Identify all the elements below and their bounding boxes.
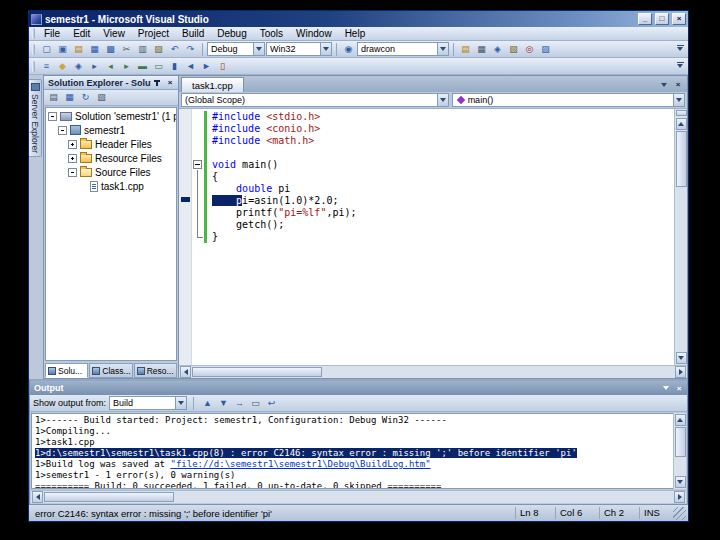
indent-increase-icon[interactable]: ▸ <box>119 59 134 74</box>
solution-explorer-titlebar[interactable]: Solution Explorer - Solut... × <box>44 76 178 90</box>
scroll-up-icon[interactable] <box>676 118 687 130</box>
properties-window-icon[interactable]: ▦ <box>474 42 489 57</box>
collapse-icon[interactable] <box>58 126 67 135</box>
tab-class-view[interactable]: Class... <box>89 363 132 378</box>
close-button[interactable]: × <box>672 13 686 25</box>
menu-tools[interactable]: Tools <box>254 28 289 39</box>
output-source-combo[interactable]: Build <box>109 396 187 410</box>
scrollbar-thumb[interactable] <box>192 367 322 377</box>
view-code-icon[interactable]: ▧ <box>94 90 109 105</box>
object-browser-icon[interactable]: ◈ <box>490 42 505 57</box>
collapse-icon[interactable] <box>68 168 77 177</box>
outline-margin[interactable] <box>192 109 204 365</box>
scrollbar-thumb[interactable] <box>44 492 174 502</box>
previous-message-icon[interactable]: ▲ <box>200 396 215 411</box>
scroll-up-icon[interactable] <box>675 414 686 426</box>
quick-info-icon[interactable]: ◈ <box>71 59 86 74</box>
menu-view[interactable]: View <box>97 28 131 39</box>
tab-resource-view[interactable]: Reso... <box>134 363 177 378</box>
document-tab-task1-cpp[interactable]: task1.cpp <box>181 77 244 92</box>
maximize-button[interactable]: □ <box>655 13 669 25</box>
output-line[interactable]: 1>semestr1 - 1 error(s), 0 warning(s) <box>35 470 670 481</box>
toolbar-options-icon[interactable] <box>674 42 686 57</box>
tree-item-task1-cpp[interactable]: task1.cpp <box>46 179 176 193</box>
solution-explorer-icon[interactable]: ▤ <box>458 42 473 57</box>
previous-bookmark-icon[interactable]: ◄ <box>183 59 198 74</box>
chevron-down-icon[interactable] <box>437 43 448 55</box>
scroll-down-icon[interactable] <box>676 352 687 364</box>
toggle-bookmark-icon[interactable]: ▮ <box>167 59 182 74</box>
output-line[interactable]: 1>task1.cpp <box>35 437 670 448</box>
scroll-left-icon[interactable] <box>180 366 191 378</box>
collapse-region-icon[interactable] <box>193 160 202 169</box>
next-message-icon[interactable]: ▼ <box>216 396 231 411</box>
output-titlebar[interactable]: Output × <box>30 381 687 395</box>
menu-help[interactable]: Help <box>339 28 372 39</box>
clear-all-icon[interactable]: ▭ <box>248 396 263 411</box>
close-icon[interactable]: × <box>673 383 685 394</box>
output-vertical-scrollbar[interactable] <box>673 413 686 489</box>
solution-configurations-combo[interactable]: Debug <box>207 42 265 56</box>
toolbar-options-icon[interactable] <box>674 59 686 74</box>
auto-hide-pin-icon[interactable] <box>151 77 163 88</box>
output-line[interactable]: 1>Build log was saved at "file://d:\seme… <box>35 459 670 470</box>
scroll-right-icon[interactable] <box>675 366 686 378</box>
error-list-icon[interactable]: ◎ <box>522 42 537 57</box>
members-combo[interactable]: main() <box>452 93 685 107</box>
menu-project[interactable]: Project <box>132 28 175 39</box>
refresh-icon[interactable]: ↻ <box>78 90 93 105</box>
tree-item-source-files[interactable]: Source Files <box>46 165 176 179</box>
output-line[interactable]: ========== Build: 0 succeeded, 1 failed,… <box>35 481 670 489</box>
titlebar[interactable]: semestr1 - Microsoft Visual Studio _ □ × <box>29 11 688 27</box>
output-text[interactable]: 1>------ Build started: Project: semestr… <box>31 413 673 489</box>
menu-edit[interactable]: Edit <box>67 28 96 39</box>
tree-item-resource-files[interactable]: Resource Files <box>46 151 176 165</box>
editor-horizontal-scrollbar[interactable] <box>179 365 687 378</box>
toolbar-grip[interactable] <box>32 44 35 55</box>
new-file-icon[interactable]: ▢ <box>39 42 54 57</box>
collapse-icon[interactable] <box>48 112 57 121</box>
output-horizontal-scrollbar[interactable] <box>31 490 686 503</box>
output-error-line[interactable]: 1>d:\semestr1\semestr1\task1.cpp(8) : er… <box>35 448 670 459</box>
tree-item-solution-semestr1-1-project[interactable]: Solution 'semestr1' (1 project) <box>46 109 176 123</box>
scroll-right-icon[interactable] <box>674 491 685 503</box>
output-line[interactable]: 1>Compiling... <box>35 426 670 437</box>
next-bookmark-icon[interactable]: ► <box>199 59 214 74</box>
close-document-icon[interactable]: × <box>672 79 684 90</box>
scrollbar-thumb[interactable] <box>675 427 686 457</box>
tab-solution-explorer[interactable]: Solu... <box>45 363 88 378</box>
clear-bookmarks-icon[interactable]: ▯ <box>215 59 230 74</box>
active-files-chevron-down-icon[interactable] <box>658 79 670 90</box>
copy-icon[interactable]: ▥ <box>135 42 150 57</box>
breakpoint-margin[interactable] <box>179 109 192 365</box>
properties-icon[interactable]: ▤ <box>46 90 61 105</box>
save-icon[interactable]: ▦ <box>87 42 102 57</box>
menu-debug[interactable]: Debug <box>211 28 252 39</box>
scroll-down-icon[interactable] <box>675 476 686 488</box>
cut-icon[interactable]: ✂ <box>119 42 134 57</box>
save-all-icon[interactable]: ▩ <box>103 42 118 57</box>
scrollbar-thumb[interactable] <box>676 131 687 187</box>
add-item-icon[interactable]: ▣ <box>55 42 70 57</box>
menu-window[interactable]: Window <box>290 28 338 39</box>
types-combo[interactable]: (Global Scope) <box>181 93 449 107</box>
word-wrap-icon[interactable]: ↩ <box>264 396 279 411</box>
tree-item-header-files[interactable]: Header Files <box>46 137 176 151</box>
word-completion-icon[interactable]: ▸ <box>87 59 102 74</box>
menu-grip[interactable] <box>32 28 35 39</box>
toolbar-grip[interactable] <box>32 61 35 72</box>
display-member-list-icon[interactable]: ≡ <box>39 59 54 74</box>
scroll-left-icon[interactable] <box>32 491 43 503</box>
chevron-down-icon[interactable] <box>253 43 264 55</box>
find-combo[interactable]: drawcon <box>357 42 449 56</box>
indent-decrease-icon[interactable]: ◂ <box>103 59 118 74</box>
window-position-chevron-down-icon[interactable] <box>660 383 672 394</box>
close-icon[interactable]: × <box>164 77 176 88</box>
menu-file[interactable]: File <box>38 28 66 39</box>
redo-icon[interactable]: ↷ <box>183 42 198 57</box>
comment-selection-icon[interactable]: ▬ <box>135 59 150 74</box>
editor-vertical-scrollbar[interactable] <box>674 109 687 365</box>
chevron-down-icon[interactable] <box>437 94 448 106</box>
expand-icon[interactable] <box>68 154 77 163</box>
code-editor[interactable]: #include <stdio.h>#include <conio.h>#inc… <box>204 109 674 365</box>
